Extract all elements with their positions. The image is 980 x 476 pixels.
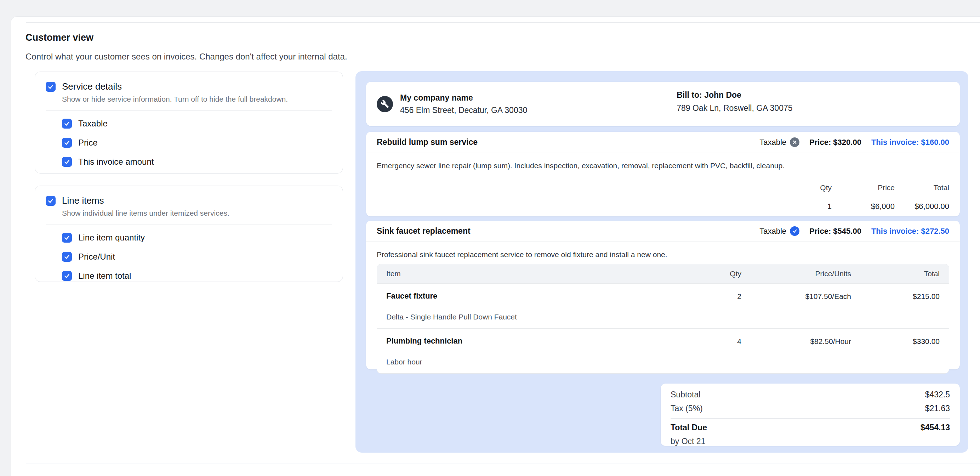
taxable-checkbox[interactable]	[62, 119, 72, 129]
service-details-description: Show or hide service information. Turn o…	[62, 95, 332, 103]
service-1-summary: Qty Price Total 1 $6,000 $6,000.00	[377, 183, 949, 211]
price-checkbox[interactable]	[62, 138, 72, 148]
tax-row: Tax (5%) $21.63	[671, 404, 950, 413]
service-details-label: Service details	[62, 81, 122, 92]
service-1-description: Emergency sewer line repair (lump sum). …	[377, 161, 949, 170]
service-2-header: Sink faucet replacement Taxable Price: $…	[366, 221, 960, 242]
total-column-header: Total	[851, 269, 940, 278]
section-top-divider	[26, 22, 980, 23]
due-date-note: by Oct 21	[671, 437, 950, 446]
summary-qty-value: 1	[803, 202, 832, 211]
service-2-meta: Taxable Price: $545.00 This invoice: $27…	[759, 226, 949, 236]
tax-label: Tax (5%)	[671, 404, 703, 413]
company-address: 456 Elm Street, Decatur, GA 30030	[400, 105, 527, 115]
taxable-option-label: Taxable	[78, 119, 108, 129]
totals-card: Subtotal $432.5 Tax (5%) $21.63 Total Du…	[661, 384, 960, 446]
total-due-label: Total Due	[671, 423, 707, 433]
item-column-header: Item	[386, 269, 699, 278]
line-item-total-checkbox[interactable]	[62, 271, 72, 281]
price-unit-option-label: Price/Unit	[78, 252, 115, 262]
service-2-title: Sink faucet replacement	[377, 226, 471, 236]
subtotal-row: Subtotal $432.5	[671, 390, 950, 400]
table-row: Faucet fixture Delta - Single Handle Pul…	[377, 283, 949, 328]
summary-total-header: Total	[895, 183, 949, 192]
total-due-value: $454.13	[921, 423, 950, 433]
this-invoice-amount-option-label: This invoice amount	[78, 157, 154, 167]
service-2-body: Professional sink faucet replacement ser…	[366, 242, 960, 378]
line-item-quantity-option-label: Line item quantity	[78, 233, 145, 243]
item-detail: Delta - Single Handle Pull Down Faucet	[386, 313, 699, 321]
service-details-checkbox[interactable]	[46, 82, 56, 92]
line-items-description: Show individual line items under itemize…	[62, 209, 332, 218]
item-qty: 4	[699, 336, 741, 366]
item-detail: Labor hour	[386, 358, 699, 366]
service-2-this-invoice: This invoice: $272.50	[871, 227, 949, 236]
row-item-cell: Faucet fixture Delta - Single Handle Pul…	[386, 291, 699, 321]
invoice-header-card: My company name 456 Elm Street, Decatur,…	[366, 82, 960, 126]
section-bottom-divider	[26, 463, 980, 464]
divider	[46, 224, 332, 225]
summary-price-header: Price	[832, 183, 895, 192]
option-this-invoice-amount: This invoice amount	[62, 157, 332, 167]
table-row: Plumbing technician Labor hour 4 $82.50/…	[377, 328, 949, 373]
service-1-taxable: Taxable	[759, 137, 799, 147]
totals-divider	[671, 418, 950, 419]
item-name: Plumbing technician	[386, 336, 699, 345]
qty-column-header: Qty	[699, 269, 741, 278]
subtotal-value: $432.5	[925, 390, 950, 400]
item-price: $107.50/Each	[741, 291, 851, 321]
service-1-this-invoice: This invoice: $160.00	[871, 138, 949, 147]
line-item-total-option-label: Line item total	[78, 271, 131, 281]
tax-value: $21.63	[925, 404, 950, 413]
line-items-table: Item Qty Price/Units Total Faucet fixtur…	[377, 264, 949, 374]
item-total: $215.00	[851, 291, 940, 321]
invoice-preview-panel: My company name 456 Elm Street, Decatur,…	[355, 71, 968, 453]
option-price: Price	[62, 138, 332, 148]
line-items-options: Line item quantity Price/Unit Line item …	[62, 233, 332, 281]
row-item-cell: Plumbing technician Labor hour	[386, 336, 699, 366]
service-details-header: Service details	[46, 81, 332, 92]
line-item-quantity-checkbox[interactable]	[62, 233, 72, 243]
item-qty: 2	[699, 291, 741, 321]
company-block: My company name 456 Elm Street, Decatur,…	[366, 82, 665, 126]
service-2-price: Price: $545.00	[809, 227, 861, 236]
divider	[46, 110, 332, 111]
service-1-title: Rebuild lump sum service	[377, 137, 477, 147]
summary-total-value: $6,000.00	[895, 202, 949, 211]
service-card-sink-faucet: Sink faucet replacement Taxable Price: $…	[366, 221, 960, 369]
line-items-table-header: Item Qty Price/Units Total	[377, 264, 949, 283]
line-items-group: Line items Show individual line items un…	[35, 186, 343, 282]
price-units-column-header: Price/Units	[741, 269, 851, 278]
service-1-meta: Taxable Price: $320.00 This invoice: $16…	[759, 137, 949, 147]
service-2-description: Professional sink faucet replacement ser…	[377, 250, 949, 259]
taxable-label: Taxable	[759, 227, 786, 236]
taxable-included-icon	[790, 226, 799, 236]
summary-values-row: 1 $6,000 $6,000.00	[803, 202, 949, 211]
summary-price-value: $6,000	[832, 202, 895, 211]
subtotal-label: Subtotal	[671, 390, 700, 400]
taxable-excluded-icon	[790, 137, 799, 147]
service-2-taxable: Taxable	[759, 226, 799, 236]
page-header: Customer view Control what your customer…	[25, 32, 347, 62]
line-items-checkbox[interactable]	[46, 196, 56, 206]
option-line-item-total: Line item total	[62, 271, 332, 281]
price-unit-checkbox[interactable]	[62, 252, 72, 262]
price-option-label: Price	[78, 138, 98, 148]
page-subtitle: Control what your customer sees on invoi…	[25, 52, 347, 62]
company-name: My company name	[400, 93, 527, 103]
summary-header-row: Qty Price Total	[803, 183, 949, 192]
item-total: $330.00	[851, 336, 940, 366]
service-1-price: Price: $320.00	[809, 138, 861, 147]
this-invoice-amount-checkbox[interactable]	[62, 157, 72, 167]
bill-to-block: Bill to: John Doe 789 Oak Ln, Roswell, G…	[665, 82, 960, 126]
summary-qty-header: Qty	[803, 183, 832, 192]
bill-to-name: Bill to: John Doe	[676, 90, 960, 100]
line-items-header: Line items	[46, 195, 332, 206]
service-card-lump-sum: Rebuild lump sum service Taxable Price: …	[366, 132, 960, 217]
wrench-icon	[377, 96, 393, 112]
bill-to-address: 789 Oak Ln, Roswell, GA 30075	[676, 103, 960, 113]
service-details-options: Taxable Price This invoice amount	[62, 119, 332, 167]
item-price: $82.50/Hour	[741, 336, 851, 366]
service-details-group: Service details Show or hide service inf…	[35, 72, 343, 174]
service-1-header: Rebuild lump sum service Taxable Price: …	[366, 132, 960, 153]
